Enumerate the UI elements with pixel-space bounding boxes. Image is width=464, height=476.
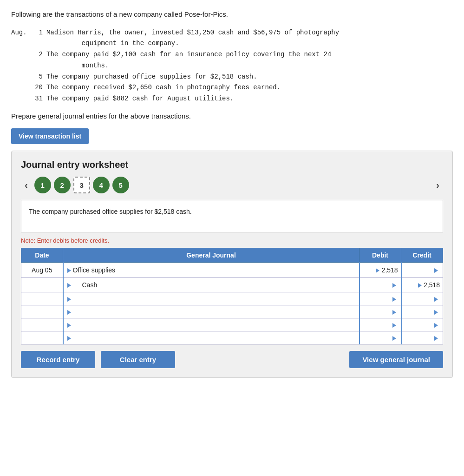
triangle-icon-c2 bbox=[418, 283, 422, 288]
triangle-icon-d4 bbox=[392, 310, 396, 315]
journal-cell-3 bbox=[63, 292, 359, 305]
trans-text-1: Madison Harris, the owner, invested $13,… bbox=[46, 27, 339, 50]
next-arrow[interactable]: › bbox=[432, 179, 443, 192]
triangle-icon-4 bbox=[67, 310, 71, 315]
triangle-icon-2 bbox=[67, 283, 71, 288]
triangle-icon-3 bbox=[67, 297, 71, 302]
triangle-icon-c3 bbox=[434, 297, 438, 302]
intro-text: Following are the transactions of a new … bbox=[11, 9, 453, 20]
col-debit: Debit bbox=[359, 248, 401, 263]
table-row: Aug 05 Office supplies 2,518 bbox=[21, 263, 443, 278]
journal-table: Date General Journal Debit Credit Aug 05… bbox=[21, 248, 443, 344]
triangle-icon-d2 bbox=[392, 283, 396, 288]
tab-navigation: ‹ 1 2 3 4 5 › bbox=[21, 177, 443, 193]
tab-4[interactable]: 4 bbox=[93, 177, 110, 193]
date-cell-1: Aug 05 bbox=[21, 263, 63, 278]
journal-cell-6 bbox=[63, 331, 359, 344]
journal-cell-2: Cash bbox=[63, 278, 359, 292]
debit-cell-6 bbox=[359, 331, 401, 344]
view-transaction-button[interactable]: View transaction list bbox=[11, 128, 89, 144]
date-cell-5 bbox=[21, 318, 63, 331]
month-label: Aug. bbox=[11, 27, 30, 50]
table-row bbox=[21, 305, 443, 318]
credit-cell-5 bbox=[401, 318, 443, 331]
date-cell-3 bbox=[21, 292, 63, 305]
credit-cell-4 bbox=[401, 305, 443, 318]
triangle-icon-d1 bbox=[376, 268, 379, 273]
clear-entry-button[interactable]: Clear entry bbox=[101, 351, 175, 368]
trans-num-2: 2 bbox=[30, 49, 46, 72]
transactions-block: Aug. 1 Madison Harris, the owner, invest… bbox=[11, 27, 453, 105]
trans-num-1: 1 bbox=[30, 27, 46, 50]
tab-5[interactable]: 5 bbox=[112, 177, 129, 193]
prev-arrow[interactable]: ‹ bbox=[21, 179, 32, 192]
tab-3[interactable]: 3 bbox=[73, 177, 90, 193]
transaction-description: The company purchased office supplies fo… bbox=[21, 200, 443, 232]
date-cell-6 bbox=[21, 331, 63, 344]
prepare-text: Prepare general journal entries for the … bbox=[11, 112, 453, 120]
trans-num-5: 31 bbox=[30, 93, 46, 105]
trans-text-3: The company purchased office supplies fo… bbox=[46, 72, 257, 83]
worksheet-title: Journal entry worksheet bbox=[21, 159, 443, 170]
trans-text-4: The company received $2,650 cash in phot… bbox=[46, 82, 281, 93]
table-row bbox=[21, 331, 443, 344]
debit-cell-5 bbox=[359, 318, 401, 331]
triangle-icon-c6 bbox=[434, 336, 438, 341]
action-buttons: Record entry Clear entry View general jo… bbox=[21, 351, 443, 368]
worksheet-container: Journal entry worksheet ‹ 1 2 3 4 5 › Th… bbox=[11, 151, 453, 378]
debit-cell-4 bbox=[359, 305, 401, 318]
journal-cell-4 bbox=[63, 305, 359, 318]
col-date: Date bbox=[21, 248, 63, 263]
trans-num-3: 5 bbox=[30, 72, 46, 83]
col-credit: Credit bbox=[401, 248, 443, 263]
table-row: Cash 2,518 bbox=[21, 278, 443, 292]
debit-cell-3 bbox=[359, 292, 401, 305]
credit-cell-6 bbox=[401, 331, 443, 344]
view-general-journal-button[interactable]: View general journal bbox=[349, 351, 443, 368]
journal-cell-1: Office supplies bbox=[63, 263, 359, 278]
trans-text-2: The company paid $2,100 cash for an insu… bbox=[46, 49, 331, 72]
table-row bbox=[21, 318, 443, 331]
triangle-icon-6 bbox=[67, 336, 71, 341]
triangle-icon-c4 bbox=[434, 310, 438, 315]
record-entry-button[interactable]: Record entry bbox=[21, 351, 95, 368]
date-cell-4 bbox=[21, 305, 63, 318]
table-row bbox=[21, 292, 443, 305]
date-cell-2 bbox=[21, 278, 63, 292]
debit-cell-2 bbox=[359, 278, 401, 292]
credit-cell-2: 2,518 bbox=[401, 278, 443, 292]
credit-cell-3 bbox=[401, 292, 443, 305]
journal-cell-5 bbox=[63, 318, 359, 331]
triangle-icon-d5 bbox=[392, 323, 396, 328]
trans-num-4: 20 bbox=[30, 82, 46, 93]
triangle-icon-d3 bbox=[392, 297, 396, 302]
triangle-icon-1 bbox=[67, 268, 71, 273]
tab-1[interactable]: 1 bbox=[34, 177, 51, 193]
triangle-icon-c5 bbox=[434, 323, 438, 328]
col-journal: General Journal bbox=[63, 248, 359, 263]
triangle-icon-d6 bbox=[392, 336, 396, 341]
debit-cell-1: 2,518 bbox=[359, 263, 401, 278]
credit-cell-1 bbox=[401, 263, 443, 278]
triangle-icon-c1 bbox=[434, 268, 438, 273]
tab-2[interactable]: 2 bbox=[54, 177, 71, 193]
triangle-icon-5 bbox=[67, 323, 71, 328]
trans-text-5: The company paid $882 cash for August ut… bbox=[46, 93, 234, 105]
note-text: Note: Enter debits before credits. bbox=[21, 237, 443, 244]
